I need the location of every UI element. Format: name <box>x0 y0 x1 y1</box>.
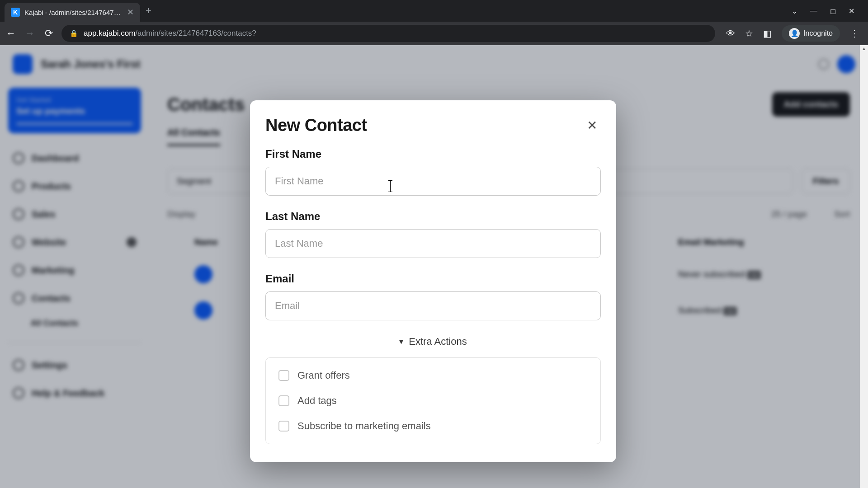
tab-close-icon[interactable]: ✕ <box>127 7 134 17</box>
kebab-menu-icon[interactable]: ⋮ <box>850 28 859 39</box>
address-bar-icons: 👁 ☆ ◧ 👤 Incognito ⋮ <box>722 25 863 42</box>
tab-title: Kajabi - /admin/sites/2147647163 <box>24 9 123 16</box>
modal-header: New Contact ✕ <box>265 116 601 135</box>
add-tags-label: Add tags <box>297 395 337 407</box>
grant-offers-checkbox[interactable]: Grant offers <box>278 370 588 381</box>
lock-icon: 🔒 <box>70 29 78 38</box>
browser-tab[interactable]: K Kajabi - /admin/sites/2147647163 ✕ <box>5 3 140 22</box>
checkbox-icon <box>278 395 289 406</box>
nav-reload-icon[interactable]: ⟳ <box>42 28 55 39</box>
window-controls: ⌄ — ◻ ✕ <box>792 7 863 15</box>
modal-title: New Contact <box>265 116 367 135</box>
nav-back-icon[interactable]: ← <box>5 28 17 39</box>
text-cursor-icon <box>390 180 391 192</box>
tab-search-icon[interactable]: ⌄ <box>792 7 797 15</box>
bookmark-star-icon[interactable]: ☆ <box>745 28 753 39</box>
chevron-down-icon: ▾ <box>399 337 403 347</box>
browser-chrome: K Kajabi - /admin/sites/2147647163 ✕ + ⌄… <box>0 0 868 45</box>
email-input[interactable] <box>265 291 601 320</box>
window-close-icon[interactable]: ✕ <box>849 7 854 15</box>
add-tags-checkbox[interactable]: Add tags <box>278 395 588 407</box>
panel-icon[interactable]: ◧ <box>763 28 772 39</box>
subscribe-label: Subscribe to marketing emails <box>297 420 431 432</box>
new-tab-button[interactable]: + <box>146 5 151 17</box>
window-minimize-icon[interactable]: — <box>810 7 817 15</box>
incognito-icon: 👤 <box>789 28 800 39</box>
nav-forward-icon: → <box>24 28 36 39</box>
scrollbar[interactable]: ▴ <box>860 45 868 488</box>
new-contact-modal: New Contact ✕ First Name Last Name Email… <box>250 100 616 462</box>
subscribe-checkbox[interactable]: Subscribe to marketing emails <box>278 420 588 432</box>
close-icon[interactable]: ✕ <box>583 117 601 134</box>
checkbox-icon <box>278 421 289 432</box>
extra-actions-toggle[interactable]: ▾ Extra Actions <box>265 336 601 347</box>
tab-bar: K Kajabi - /admin/sites/2147647163 ✕ + ⌄… <box>0 0 868 22</box>
extra-actions-label: Extra Actions <box>409 336 467 347</box>
url-host: app.kajabi.com <box>84 29 135 38</box>
first-name-label: First Name <box>265 148 601 160</box>
eye-off-icon[interactable]: 👁 <box>726 28 735 39</box>
incognito-badge[interactable]: 👤 Incognito <box>782 25 840 42</box>
extra-actions-panel: Grant offers Add tags Subscribe to marke… <box>265 357 601 444</box>
incognito-label: Incognito <box>803 29 833 38</box>
url-path: /admin/sites/2147647163/contacts? <box>135 29 256 38</box>
address-bar: ← → ⟳ 🔒 app.kajabi.com/admin/sites/21476… <box>0 22 868 45</box>
grant-offers-label: Grant offers <box>297 370 350 381</box>
url-input[interactable]: 🔒 app.kajabi.com/admin/sites/2147647163/… <box>61 25 715 42</box>
scroll-up-icon[interactable]: ▴ <box>860 45 868 53</box>
window-maximize-icon[interactable]: ◻ <box>830 7 836 15</box>
last-name-label: Last Name <box>265 210 601 223</box>
tab-favicon: K <box>11 8 20 17</box>
email-label: Email <box>265 272 601 285</box>
checkbox-icon <box>278 370 289 381</box>
last-name-input[interactable] <box>265 229 601 258</box>
viewport: Sarah Jones's First Get Started Set up p… <box>0 45 868 488</box>
first-name-input[interactable] <box>265 167 601 196</box>
